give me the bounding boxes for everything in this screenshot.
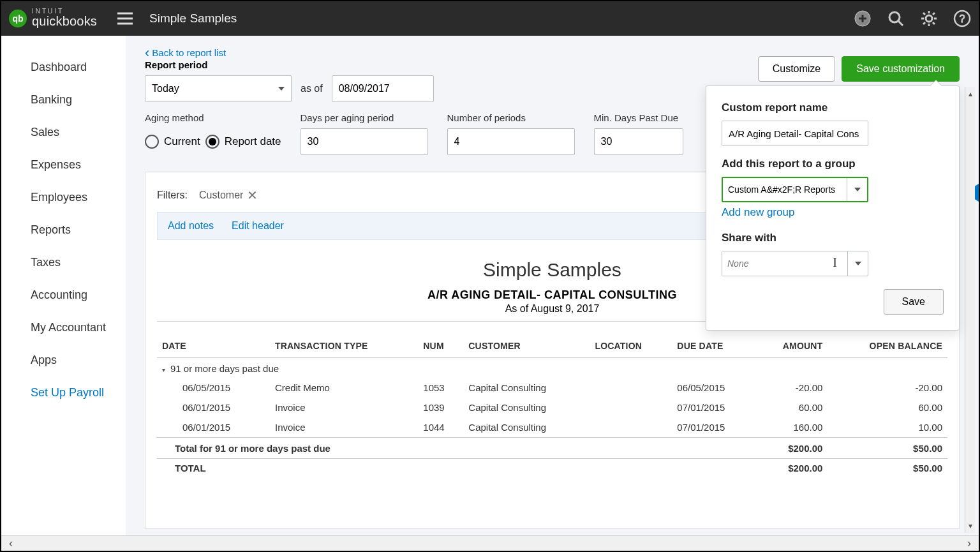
text-cursor-icon: I [833,255,837,270]
share-with-combo[interactable]: I [722,251,868,276]
cell-num: 1044 [418,417,463,438]
group-toggle-icon[interactable] [162,363,170,374]
chevron-down-icon [855,262,861,265]
group-row[interactable]: 91 or more days past due [157,358,947,378]
horizontal-scrollbar[interactable]: ‹ › [1,535,979,551]
table-row[interactable]: 06/05/2015 Credit Memo 1053 Capital Cons… [157,378,947,398]
days-per-aging-input[interactable] [301,128,428,155]
table-row[interactable]: 06/01/2015 Invoice 1039 Capital Consulti… [157,398,947,417]
brand-block: INTUIT quickbooks [32,9,97,29]
col-location: LOCATION [590,334,672,358]
scroll-down-icon[interactable]: ▾ [969,521,972,530]
scroll-left-icon[interactable]: ‹ [9,537,13,550]
cell-location [590,378,672,398]
sidebar-item-taxes[interactable]: Taxes [1,246,126,279]
cell-date: 06/05/2015 [157,378,270,398]
number-of-periods-input[interactable] [447,128,575,155]
save-customization-button[interactable]: Save customization [842,56,960,82]
col-date: DATE [157,334,270,358]
col-transaction-type: TRANSACTION TYPE [270,334,418,358]
number-of-periods-label: Number of periods [447,112,575,123]
edit-header-link[interactable]: Edit header [232,220,284,232]
group-combo[interactable] [722,177,868,202]
cell-customer: Capital Consulting [463,417,590,438]
min-days-past-due-label: Min. Days Past Due [594,112,683,123]
content-area: Back to report list Report period Custom… [126,36,979,535]
brand-text: quickbooks [32,14,97,29]
sidebar-item-employees[interactable]: Employees [1,181,126,214]
sidebar: Dashboard Banking Sales Expenses Employe… [1,36,126,535]
scroll-up-icon[interactable]: ▴ [969,89,972,98]
cell-customer: Capital Consulting [463,378,590,398]
cell-date: 06/01/2015 [157,417,270,438]
days-per-aging-label: Days per aging period [301,112,428,123]
search-icon[interactable] [887,10,905,27]
filter-customer-chip: Customer ✕ [199,188,258,203]
filter-remove-icon[interactable]: ✕ [247,188,258,203]
subtotal-label: Total for 91 or more days past due [157,438,755,459]
col-due-date: DUE DATE [672,334,755,358]
cell-type: Invoice [270,398,418,417]
top-bar: qb INTUIT quickbooks Simple Samples ? [1,1,979,36]
aging-method-label: Aging method [145,112,281,123]
hamburger-icon[interactable] [116,10,134,27]
sidebar-item-set-up-payroll[interactable]: Set Up Payroll [1,377,126,409]
total-row: TOTAL $200.00 $50.00 [157,459,947,479]
sidebar-item-my-accountant[interactable]: My Accountant [1,311,126,344]
cell-amount: -20.00 [755,378,828,398]
as-of-date-input[interactable] [332,75,434,102]
cell-due: 06/05/2015 [672,378,755,398]
scroll-right-icon[interactable]: › [967,537,971,550]
aging-current-label: Current [164,135,200,148]
sidebar-item-apps[interactable]: Apps [1,344,126,377]
svg-text:?: ? [960,13,965,24]
add-to-group-label: Add this report to a group [722,158,944,170]
sidebar-item-accounting[interactable]: Accounting [1,279,126,311]
min-days-past-due-input[interactable] [594,128,683,155]
cell-amount: 160.00 [755,417,828,438]
subtotal-open: $50.00 [828,438,947,459]
col-customer: CUSTOMER [463,334,590,358]
cell-customer: Capital Consulting [463,398,590,417]
subtotal-amount: $200.00 [755,438,828,459]
group-combo-input[interactable] [723,178,847,201]
report-period-value: Today [152,83,179,94]
cell-open: -20.00 [828,378,947,398]
popover-save-button[interactable]: Save [884,289,944,315]
cell-location [590,398,672,417]
cell-location [590,417,672,438]
cell-num: 1039 [418,398,463,417]
group-header-text: 91 or more days past due [170,363,279,374]
add-notes-link[interactable]: Add notes [168,220,214,232]
gear-icon[interactable] [920,10,938,27]
sidebar-item-dashboard[interactable]: Dashboard [1,51,126,84]
share-with-input[interactable] [722,251,847,276]
aging-report-date-radio[interactable] [205,135,219,149]
custom-report-name-input[interactable]: A/R Aging Detail- Capital Cons [722,121,868,146]
share-with-dropdown-button[interactable] [847,251,868,276]
svg-point-1 [889,12,900,22]
plus-icon[interactable] [854,10,872,27]
help-icon[interactable]: ? [953,10,971,27]
add-new-group-link[interactable]: Add new group [722,206,794,219]
sidebar-item-reports[interactable]: Reports [1,214,126,246]
cell-open: 10.00 [828,417,947,438]
share-with-label: Share with [722,232,944,244]
sidebar-item-expenses[interactable]: Expenses [1,149,126,181]
cell-open: 60.00 [828,398,947,417]
group-combo-dropdown-button[interactable] [847,178,867,201]
chevron-down-icon [278,87,285,91]
aging-current-radio[interactable] [145,135,159,149]
cell-date: 06/01/2015 [157,398,270,417]
customize-button[interactable]: Customize [758,56,836,82]
chevron-down-icon [854,188,861,191]
table-row[interactable]: 06/01/2015 Invoice 1044 Capital Consulti… [157,417,947,438]
total-open: $50.00 [828,459,947,479]
report-period-select[interactable]: Today [145,75,292,102]
company-name: Simple Samples [149,11,237,26]
qb-logo-icon: qb [9,10,27,27]
sidebar-item-sales[interactable]: Sales [1,116,126,149]
sidebar-item-banking[interactable]: Banking [1,84,126,116]
save-customization-popover: Custom report name A/R Aging Detail- Cap… [706,86,960,331]
vertical-scrollbar[interactable]: ▴ ▾ [965,87,975,533]
